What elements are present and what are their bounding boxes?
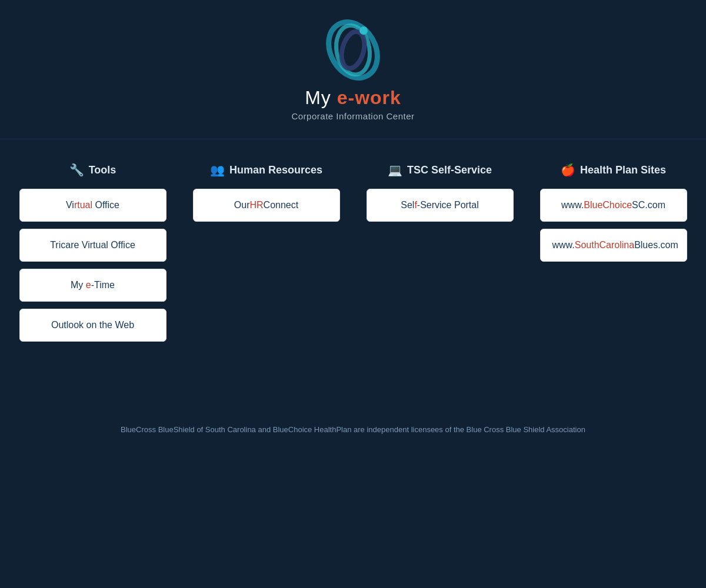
- column-label-hr: Human Resources: [229, 164, 322, 176]
- footer: BlueCross BlueShield of South Carolina a…: [0, 424, 706, 436]
- tsc-icon: 💻: [388, 163, 402, 177]
- self-service-portal-button[interactable]: Self-Service Portal: [367, 189, 514, 222]
- column-health-plan: 🍎 Health Plan Sites www.BlueChoiceSC.com…: [532, 163, 694, 342]
- svg-point-3: [359, 26, 368, 35]
- column-header-hr: 👥 Human Resources: [210, 163, 322, 177]
- app-subtitle: Corporate Information Center: [291, 111, 414, 121]
- logo-container: My e-work Corporate Information Center: [291, 18, 414, 121]
- human-resources-icon: 👥: [210, 163, 225, 177]
- footer-text: BlueCross BlueShield of South Carolina a…: [35, 424, 671, 436]
- column-header-tools: 🔧 Tools: [69, 163, 116, 177]
- south-carolina-blues-button[interactable]: www.SouthCarolinaBlues.com: [540, 229, 687, 262]
- column-tools: 🔧 Tools Virtual Office Tricare Virtual O…: [12, 163, 174, 342]
- logo-icon: [321, 18, 385, 82]
- app-title-highlight: e-work: [337, 87, 401, 108]
- column-label-tsc: TSC Self-Service: [407, 164, 492, 176]
- column-header-health: 🍎 Health Plan Sites: [561, 163, 666, 177]
- my-e-time-button[interactable]: My e-Time: [19, 269, 166, 302]
- svg-point-2: [338, 29, 368, 71]
- tools-icon: 🔧: [69, 163, 84, 177]
- tricare-virtual-office-button[interactable]: Tricare Virtual Office: [19, 229, 166, 262]
- our-hr-connect-button[interactable]: OurHRConnect: [193, 189, 340, 222]
- blue-choice-sc-button[interactable]: www.BlueChoiceSC.com: [540, 189, 687, 222]
- main-content: 🔧 Tools Virtual Office Tricare Virtual O…: [0, 139, 706, 377]
- column-human-resources: 👥 Human Resources OurHRConnect: [185, 163, 347, 342]
- health-plan-icon: 🍎: [561, 163, 575, 177]
- column-header-tsc: 💻 TSC Self-Service: [388, 163, 492, 177]
- column-label-tools: Tools: [89, 164, 116, 176]
- column-tsc: 💻 TSC Self-Service Self-Service Portal: [359, 163, 521, 342]
- page-header: My e-work Corporate Information Center: [0, 0, 706, 139]
- virtual-office-button[interactable]: Virtual Office: [19, 189, 166, 222]
- outlook-on-the-web-button[interactable]: Outlook on the Web: [19, 309, 166, 342]
- column-label-health: Health Plan Sites: [580, 164, 666, 176]
- columns-wrapper: 🔧 Tools Virtual Office Tricare Virtual O…: [12, 163, 694, 342]
- app-title: My e-work: [305, 87, 401, 109]
